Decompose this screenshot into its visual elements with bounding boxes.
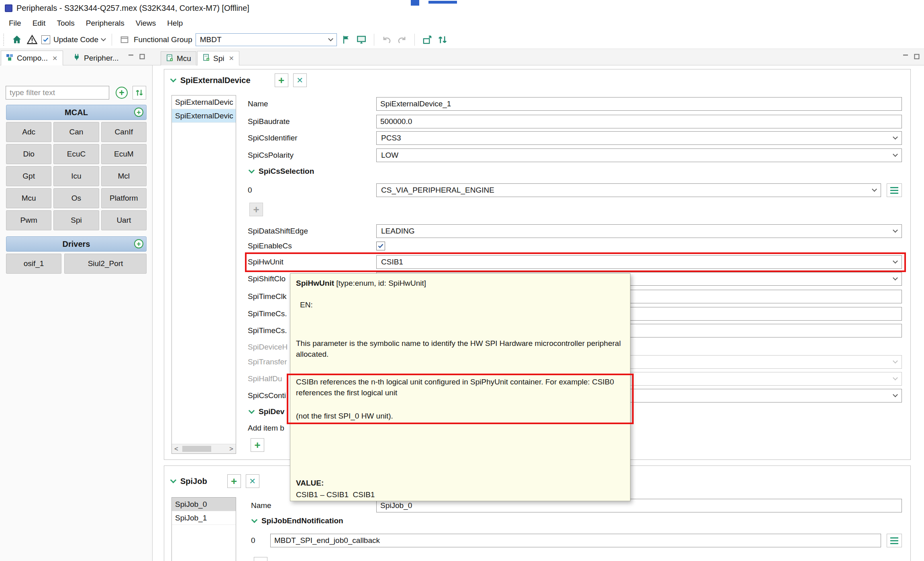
mcal-button-uart[interactable]: Uart [101,210,147,230]
name-input[interactable] [376,97,902,111]
field-row-cs-identifier: SpiCsIdentifier PCS3 [248,131,902,145]
add-notification-button[interactable]: + [254,557,267,561]
list-item[interactable]: SpiExternalDevic [172,96,236,109]
add-job-button[interactable]: + [227,474,241,488]
editor-file-icon [166,54,173,63]
chevron-down-icon [893,375,898,380]
minimize-icon[interactable] [902,53,909,62]
tab-peripherals-label: Peripher... [84,54,119,63]
enable-cs-checkbox[interactable] [376,242,385,250]
tooltip-en-label: EN: [300,299,313,310]
chevron-down-icon[interactable] [170,76,177,82]
job-end-notification-section[interactable]: SpiJobEndNotification [252,515,343,527]
functional-group-select[interactable]: MBDT [196,33,337,46]
minimize-icon[interactable] [128,53,134,62]
add-component-button[interactable]: + [116,87,128,99]
tab-mcu[interactable]: Mcu [161,51,196,65]
tooltip-highlight-note: (not the first SPI_0 HW unit). [296,411,393,421]
cs-selection-section-label: SpiCsSelection [259,167,314,176]
maximize-icon[interactable] [139,53,145,62]
data-shift-edge-select[interactable]: LEADING [376,224,902,238]
hw-unit-select[interactable]: CSIB1 [376,255,902,269]
flag-icon[interactable] [340,34,352,46]
tab-components-close-icon[interactable]: ✕ [52,55,57,62]
field-index-label: 0 [248,186,376,195]
cs-selection-select[interactable]: CS_VIA_PERIPHERAL_ENGINE [376,183,881,197]
add-item-button[interactable]: + [251,438,264,452]
list-item-selected[interactable]: SpiExternalDevic [172,109,236,123]
tab-spi-close-icon[interactable]: ✕ [228,55,234,62]
redo-icon [396,34,408,46]
spi-dev-section-label: SpiDev [259,407,284,416]
maximize-icon[interactable] [914,53,920,62]
mcal-button-mcu[interactable]: Mcu [6,188,51,208]
mcal-button-pwm[interactable]: Pwm [6,210,51,230]
update-code-caret-icon[interactable] [101,36,106,41]
mcal-button-platform[interactable]: Platform [101,188,147,208]
drivers-button-osif[interactable]: osif_1 [6,254,61,274]
scroll-thumb[interactable] [182,446,211,452]
menu-edit[interactable]: Edit [27,19,51,28]
mcal-button-can[interactable]: Can [53,122,99,142]
end-notification-input[interactable] [270,534,881,547]
drivers-button-siul2port[interactable]: Siul2_Port [64,254,147,274]
scroll-right-icon[interactable]: > [229,445,233,453]
update-code-checkbox[interactable] [41,35,50,44]
sync-arrows-icon[interactable] [437,34,449,46]
update-code-label[interactable]: Update Code [53,35,98,44]
mcal-button-dio[interactable]: Dio [6,144,51,164]
select-value: LOW [381,151,398,160]
spi-external-device-header: SpiExternalDevice + ✕ [171,73,307,87]
list-item-selected[interactable]: SpiJob_0 [172,498,236,511]
field-index-label: 0 [251,536,270,545]
menu-tools[interactable]: Tools [51,19,80,28]
console-icon[interactable] [355,34,367,46]
filter-input[interactable] [6,86,109,100]
field-label: SpiBaudrate [248,117,376,126]
mcal-button-icu[interactable]: Icu [53,166,99,186]
cs-polarity-select[interactable]: LOW [376,148,902,162]
chevron-down-icon [893,258,898,264]
remove-job-button[interactable]: ✕ [246,474,259,488]
mcal-button-spi[interactable]: Spi [53,210,99,230]
mcal-add-icon[interactable]: + [134,108,143,117]
menu-bar: File Edit Tools Peripherals Views Help [0,16,924,30]
cs-identifier-select[interactable]: PCS3 [376,131,902,145]
chevron-down-icon [249,407,255,414]
chevron-down-icon [251,516,258,523]
mcal-button-gpt[interactable]: Gpt [6,166,51,186]
mcal-button-os[interactable]: Os [53,188,99,208]
sort-button[interactable] [133,86,146,100]
menu-file[interactable]: File [3,19,27,28]
toolbar-separator [414,34,415,46]
tab-spi[interactable]: Spi ✕ [197,51,239,65]
add-external-device-button[interactable]: + [275,73,288,87]
export-icon[interactable] [421,34,433,46]
field-row-data-shift-edge: SpiDataShiftEdge LEADING [248,224,902,238]
home-icon[interactable] [11,34,23,46]
chevron-down-icon[interactable] [170,477,177,483]
field-label: SpiHwUnit [248,258,376,266]
mcal-button-ecuc[interactable]: EcuC [53,144,99,164]
warning-icon[interactable] [26,34,38,46]
mcal-button-adc[interactable]: Adc [6,122,51,142]
editor-window-buttons [902,53,920,62]
spi-dev-section[interactable]: SpiDev [249,406,284,418]
tab-components[interactable]: Compo... ✕ [1,51,63,65]
mcal-button-mcl[interactable]: Mcl [101,166,147,186]
list-item[interactable]: SpiJob_1 [172,511,236,525]
mcal-button-ecum[interactable]: EcuM [101,144,147,164]
menu-peripherals[interactable]: Peripherals [80,19,130,28]
menu-help[interactable]: Help [161,19,188,28]
remove-external-device-button[interactable]: ✕ [293,73,307,87]
scroll-left-icon[interactable]: < [174,445,178,453]
drivers-add-icon[interactable]: + [134,239,143,248]
field-row-cs-polarity: SpiCsPolarity LOW [248,148,902,162]
cs-selection-section[interactable]: SpiCsSelection [249,165,314,177]
tab-peripherals[interactable]: Peripher... [68,51,124,65]
mcal-button-canif[interactable]: CanIf [101,122,147,142]
list-options-icon[interactable] [887,534,902,547]
baudrate-input[interactable] [376,115,902,128]
menu-views[interactable]: Views [130,19,161,28]
list-options-icon[interactable] [887,183,902,197]
